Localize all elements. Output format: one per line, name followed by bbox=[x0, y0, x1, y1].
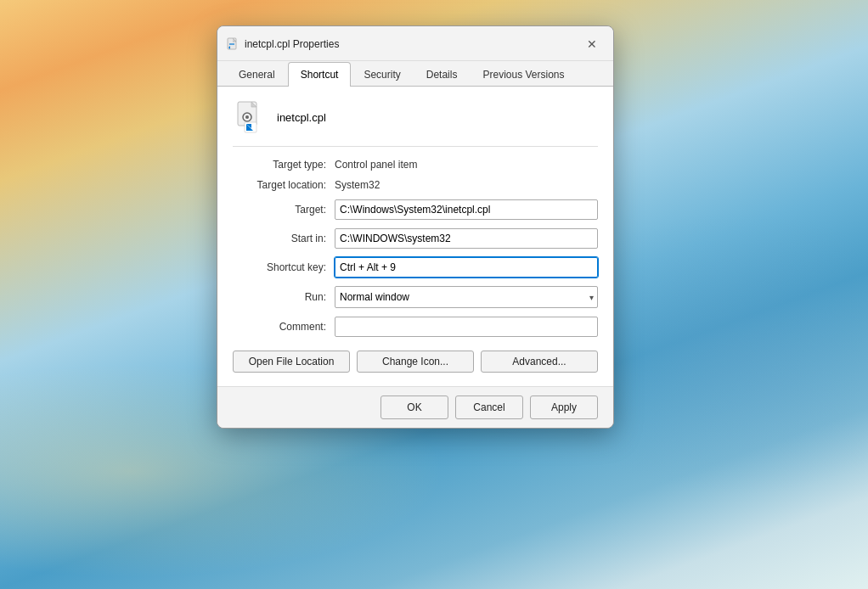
target-input[interactable] bbox=[335, 199, 598, 220]
file-icon bbox=[233, 100, 267, 134]
tab-previous-versions[interactable]: Previous Versions bbox=[470, 62, 577, 87]
prop-row-run: Run: Normal window Minimized Maximized ▾ bbox=[233, 286, 598, 308]
tab-general[interactable]: General bbox=[226, 62, 288, 87]
ok-button[interactable]: OK bbox=[380, 395, 448, 419]
run-select[interactable]: Normal window Minimized Maximized bbox=[335, 286, 598, 308]
start-in-input[interactable] bbox=[335, 228, 598, 249]
target-location-label: Target location: bbox=[233, 179, 335, 191]
shortcut-key-label: Shortcut key: bbox=[233, 261, 335, 273]
close-button[interactable]: ✕ bbox=[581, 33, 603, 55]
prop-row-comment: Comment: bbox=[233, 317, 598, 337]
run-label: Run: bbox=[233, 291, 335, 303]
tab-bar: General Shortcut Security Details Previo… bbox=[217, 61, 613, 87]
svg-point-6 bbox=[245, 115, 249, 119]
prop-row-start-in: Start in: bbox=[233, 228, 598, 249]
properties-dialog: inetcpl.cpl Properties ✕ General Shortcu… bbox=[217, 25, 614, 429]
tab-shortcut[interactable]: Shortcut bbox=[288, 62, 352, 87]
file-header: inetcpl.cpl bbox=[233, 100, 598, 147]
target-type-label: Target type: bbox=[233, 159, 335, 171]
advanced-button[interactable]: Advanced... bbox=[481, 351, 598, 373]
prop-row-target-type: Target type: Control panel item bbox=[233, 159, 598, 171]
target-type-value: Control panel item bbox=[335, 159, 417, 171]
tab-details[interactable]: Details bbox=[414, 62, 471, 87]
target-label: Target: bbox=[233, 204, 335, 216]
target-location-value: System32 bbox=[335, 179, 380, 191]
dialog-title-icon bbox=[226, 37, 240, 51]
start-in-label: Start in: bbox=[233, 233, 335, 244]
prop-row-target-location: Target location: System32 bbox=[233, 179, 598, 191]
open-file-location-button[interactable]: Open File Location bbox=[233, 351, 350, 373]
cancel-button[interactable]: Cancel bbox=[455, 395, 523, 419]
change-icon-button[interactable]: Change Icon... bbox=[357, 351, 474, 373]
tab-content: inetcpl.cpl Target type: Control panel i… bbox=[217, 87, 613, 386]
tab-security[interactable]: Security bbox=[351, 62, 413, 87]
apply-button[interactable]: Apply bbox=[530, 395, 598, 419]
title-bar: inetcpl.cpl Properties ✕ bbox=[217, 26, 613, 61]
shortcut-key-input[interactable] bbox=[335, 257, 598, 278]
prop-row-shortcut-key: Shortcut key: bbox=[233, 257, 598, 278]
dialog-title: inetcpl.cpl Properties bbox=[245, 38, 339, 50]
file-name: inetcpl.cpl bbox=[277, 111, 326, 124]
prop-row-target: Target: bbox=[233, 199, 598, 220]
dialog-footer: OK Cancel Apply bbox=[217, 386, 613, 428]
run-select-wrapper: Normal window Minimized Maximized ▾ bbox=[335, 286, 598, 308]
action-buttons: Open File Location Change Icon... Advanc… bbox=[233, 351, 598, 373]
comment-input[interactable] bbox=[335, 317, 598, 337]
title-bar-left: inetcpl.cpl Properties bbox=[226, 37, 339, 51]
comment-label: Comment: bbox=[233, 321, 335, 333]
